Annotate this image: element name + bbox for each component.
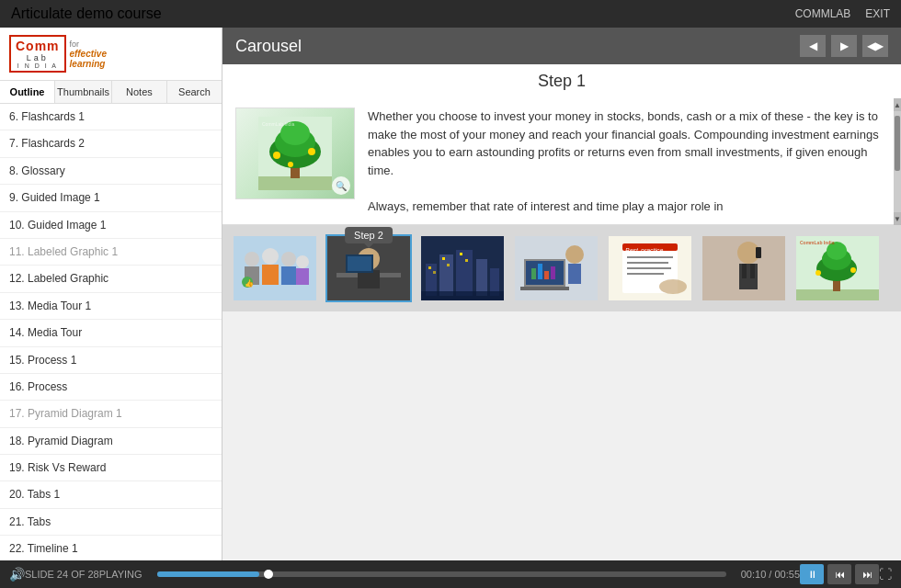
svg-rect-18 [296, 268, 309, 285]
thumb-image-7: CommLab India [796, 236, 879, 300]
svg-text:Best: Best [625, 247, 639, 254]
svg-rect-36 [447, 264, 450, 266]
logo-learning: learning [70, 59, 107, 69]
content-area: Carousel ◀ ▶ ◀▶ Step 1 [222, 28, 901, 560]
sidebar-item-12[interactable]: 12. Labeled Graphic [0, 266, 222, 292]
carousel-thumb-3[interactable] [419, 234, 506, 302]
step1-image[interactable]: CommLab India 🔍 [235, 107, 355, 199]
svg-rect-65 [750, 264, 755, 278]
svg-rect-38 [465, 259, 468, 262]
sidebar-item-8[interactable]: 8. Glossary [0, 158, 222, 185]
step1-area: Step 1 [222, 64, 901, 225]
svg-rect-34 [433, 271, 436, 274]
svg-point-8 [288, 162, 293, 167]
scroll-thumb[interactable] [895, 116, 900, 171]
tab-search[interactable]: Search [167, 81, 222, 103]
volume-button[interactable]: 🔊 [9, 567, 25, 582]
logo-india: I N D I A [17, 62, 58, 69]
svg-rect-42 [568, 264, 581, 284]
sidebar-item-21[interactable]: 21. Tabs [0, 509, 222, 536]
sidebar-item-15[interactable]: 15. Process 1 [0, 347, 222, 374]
sidebar-item-7[interactable]: 7. Flashcards 2 [0, 130, 222, 157]
sidebar-item-22[interactable]: 22. Timeline 1 [0, 536, 222, 560]
scroll-down-arrow[interactable]: ▼ [894, 212, 901, 225]
scroll-up-arrow[interactable]: ▲ [894, 98, 901, 111]
step1-content: CommLab India 🔍 Whether you choose to in… [222, 98, 894, 225]
slide-label: SLIDE 24 [25, 569, 68, 580]
sidebar-item-10[interactable]: 10. Guided Image 1 [0, 212, 222, 239]
svg-text:practice: practice [640, 247, 664, 254]
commlab-link[interactable]: COMMLAB [795, 7, 851, 20]
svg-rect-39 [421, 291, 504, 300]
tab-notes[interactable]: Notes [112, 81, 167, 103]
svg-point-41 [565, 245, 584, 264]
thumb-image-4 [515, 236, 598, 300]
step1-text: Whether you choose to invest your money … [368, 107, 881, 215]
svg-rect-45 [520, 287, 569, 290]
carousel-thumb-5[interactable]: Best practice [607, 234, 693, 302]
zoom-icon[interactable]: 🔍 [332, 176, 350, 195]
content-body: Step 1 [222, 64, 901, 560]
carousel-area: 👍 Step 2 [222, 225, 901, 311]
carousel-thumb-2[interactable]: Step 2 [325, 234, 412, 302]
svg-text:CommLab India: CommLab India [800, 240, 835, 245]
sidebar-item-13[interactable]: 13. Media Tour 1 [0, 293, 222, 320]
svg-text:CommLab India: CommLab India [262, 121, 295, 127]
svg-point-59 [659, 279, 687, 294]
progress-bar[interactable] [157, 571, 726, 577]
next-btn[interactable]: ▶ [831, 35, 857, 57]
carousel-thumb-1[interactable]: 👍 [232, 234, 318, 302]
carousel-thumb-6[interactable] [701, 234, 787, 302]
svg-rect-54 [627, 262, 668, 264]
svg-rect-55 [627, 267, 671, 269]
tree-illustration: CommLab India [249, 117, 341, 190]
rewind-button[interactable]: ⏮ [827, 564, 851, 584]
tab-thumbnails[interactable]: Thumbnails [55, 81, 112, 103]
svg-rect-56 [627, 273, 664, 275]
scroll-track[interactable] [894, 111, 901, 212]
svg-rect-16 [281, 266, 296, 285]
thumb-image-6 [702, 236, 785, 300]
logo-lab-text: Lab [27, 53, 49, 62]
time-info: 00:10 / 00:55 [741, 569, 800, 580]
time-total: 00:55 [774, 569, 800, 580]
sidebar: Comm Lab I N D I A for effective learnin… [0, 28, 222, 560]
sidebar-item-16[interactable]: 16. Process [0, 374, 222, 401]
logo-effective: effective [70, 49, 107, 59]
logo-box: Comm Lab I N D I A [9, 35, 66, 73]
audio-btn[interactable]: ◀▶ [862, 35, 888, 57]
svg-rect-1 [258, 176, 332, 190]
top-bar-actions: COMMLAB EXIT [795, 7, 890, 20]
sidebar-item-20[interactable]: 20. Tabs 1 [0, 481, 222, 508]
header-controls: ◀ ▶ ◀▶ [800, 35, 888, 57]
fullscreen-button[interactable]: ⛶ [879, 567, 892, 582]
sidebar-item-18[interactable]: 18. Pyramid Diagram [0, 428, 222, 455]
content-scrollbar[interactable]: ▲ ▼ [894, 98, 901, 225]
thumb-image-3 [421, 236, 504, 300]
svg-rect-33 [428, 266, 431, 269]
svg-rect-48 [544, 271, 549, 279]
sidebar-list: 6. Flashcards 17. Flashcards 28. Glossar… [0, 104, 222, 560]
logo-lab: Lab [27, 53, 49, 62]
sidebar-item-14[interactable]: 14. Media Tour [0, 320, 222, 346]
svg-rect-29 [439, 254, 453, 296]
sidebar-item-17[interactable]: 17. Pyramid Diagram 1 [0, 401, 222, 427]
prev-btn[interactable]: ◀ [800, 35, 826, 57]
svg-rect-64 [742, 264, 747, 278]
sidebar-item-11[interactable]: 11. Labeled Graphic 1 [0, 239, 222, 266]
top-bar: Articulate demo course COMMLAB EXIT [0, 0, 901, 28]
carousel-thumb-7[interactable]: CommLab India [794, 234, 881, 302]
tab-outline[interactable]: Outline [0, 81, 55, 103]
forward-button[interactable]: ⏭ [855, 564, 879, 584]
progress-thumb[interactable] [264, 570, 273, 579]
sidebar-item-6[interactable]: 6. Flashcards 1 [0, 104, 222, 130]
exit-button[interactable]: EXIT [865, 7, 890, 20]
pause-button[interactable]: ⏸ [800, 564, 824, 584]
time-current: 00:10 [741, 569, 767, 580]
carousel-thumb-4[interactable] [513, 234, 599, 302]
content-header: Carousel ◀ ▶ ◀▶ [222, 28, 901, 64]
step2-badge: Step 2 [345, 227, 393, 243]
playing-status: PLAYING [99, 569, 143, 580]
sidebar-item-19[interactable]: 19. Risk Vs Reward [0, 455, 222, 481]
sidebar-item-9[interactable]: 9. Guided Image 1 [0, 185, 222, 211]
